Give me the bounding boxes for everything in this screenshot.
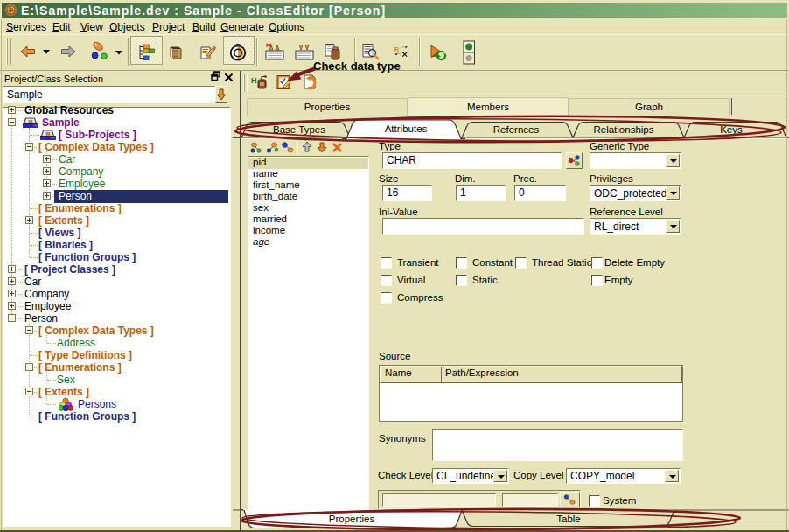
svg-text:H: H [251,76,257,85]
svg-text:R: R [394,46,400,53]
